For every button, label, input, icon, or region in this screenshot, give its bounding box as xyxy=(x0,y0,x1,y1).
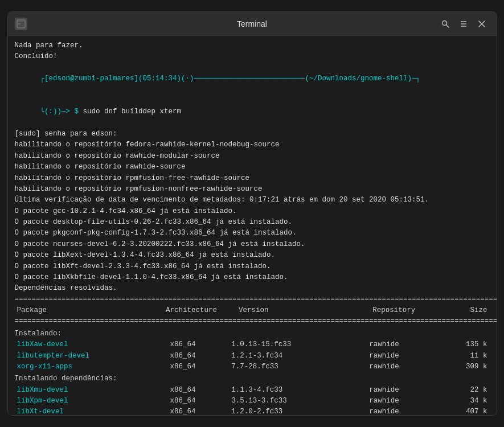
table-row: libXaw-devel x86_64 1.0.13-15.fc33 rawhi… xyxy=(15,339,490,350)
table-row: libXmu-devel x86_64 1.1.3-4.fc33 rawhide… xyxy=(15,385,490,396)
svg-line-4 xyxy=(446,24,449,27)
output-line: habilitando o repositório rpmfusion-nonf… xyxy=(15,184,490,195)
output-line: Nada para fazer. xyxy=(15,40,490,51)
pkg-name: libXaw-devel xyxy=(15,339,168,350)
prompt-line-2: └(:))─> $ sudo dnf builddep xterm xyxy=(15,96,490,129)
output-line: habilitando o repositório rawhide-modula… xyxy=(15,151,490,162)
output-line: habilitando o repositório fedora-rawhide… xyxy=(15,139,490,150)
pkg-size: 22 k xyxy=(444,385,490,396)
pkg-size: 135 k xyxy=(444,339,490,350)
pkg-arch: x86_64 xyxy=(168,385,230,396)
titlebar: Terminal xyxy=(8,12,497,36)
terminal-icon xyxy=(15,18,27,30)
col-version: Version xyxy=(236,305,370,316)
output-line: Dependências resolvidas. xyxy=(15,283,490,294)
table-row: libXt-devel x86_64 1.2.0-2.fc33 rawhide … xyxy=(15,407,490,415)
pkg-arch: x86_64 xyxy=(168,362,230,372)
pkg-version: 1.0.13-15.fc33 xyxy=(229,339,367,350)
output-line: O pacote gcc-10.2.1-4.fc34.x86_64 já est… xyxy=(15,206,490,217)
menu-button[interactable] xyxy=(456,16,472,32)
output-line: habilitando o repositório rawhide-source xyxy=(15,162,490,173)
pkg-arch: x86_64 xyxy=(168,407,230,415)
section-instalando: Instalando: xyxy=(15,329,490,339)
pkg-version: 3.5.13-3.fc33 xyxy=(229,396,367,407)
pkg-name: libutempter-devel xyxy=(15,351,168,362)
pkg-repo: rawhide xyxy=(367,351,444,362)
pkg-repo: rawhide xyxy=(367,407,444,415)
terminal-body[interactable]: Nada para fazer. Concluído! ┌[edson@zumb… xyxy=(8,36,497,415)
pkg-version: 1.2.0-2.fc33 xyxy=(229,407,367,415)
pkg-repo: rawhide xyxy=(367,385,444,396)
dependencias-table: libXmu-devel x86_64 1.1.3-4.fc33 rawhide… xyxy=(15,385,490,415)
pkg-repo: rawhide xyxy=(367,362,444,372)
pkg-size: 309 k xyxy=(444,362,490,372)
output-line: Última verificação de data de vencimento… xyxy=(15,195,490,206)
pkg-repo: rawhide xyxy=(367,339,444,350)
package-table: Package Architecture Version Repository … xyxy=(15,305,490,316)
pkg-name: xorg-x11-apps xyxy=(15,362,168,372)
svg-rect-1 xyxy=(18,20,24,22)
pkg-name: libXmu-devel xyxy=(15,385,168,396)
pkg-name: libXt-devel xyxy=(15,407,168,415)
pkg-version: 7.7-28.fc33 xyxy=(229,362,367,372)
output-line: O pacote libXext-devel-1.3.4-4.fc33.x86_… xyxy=(15,250,490,261)
pkg-version: 1.2.1-3.fc34 xyxy=(229,351,367,362)
output-line: O pacote desktop-file-utils-0.26-2.fc33.… xyxy=(15,217,490,228)
pkg-size: 407 k xyxy=(444,407,490,415)
table-row: xorg-x11-apps x86_64 7.7-28.fc33 rawhide… xyxy=(15,362,490,372)
table-row: libutempter-devel x86_64 1.2.1-3.fc34 ra… xyxy=(15,351,490,362)
output-line: O pacote libXkbfile-devel-1.1.0-4.fc33.x… xyxy=(15,272,490,283)
close-button[interactable] xyxy=(474,16,490,32)
prompt-user: ┌[edson@zumbi-palmares](05:14:34)(·)────… xyxy=(40,75,421,83)
titlebar-buttons xyxy=(437,16,490,32)
section-dependencias: Instalando dependências: xyxy=(15,373,490,384)
separator-header: ========================================… xyxy=(15,316,490,327)
search-button[interactable] xyxy=(437,16,453,32)
pkg-version: 1.1.3-4.fc33 xyxy=(229,385,367,396)
window-title: Terminal xyxy=(237,19,267,28)
col-package: Package xyxy=(15,305,163,316)
pkg-arch: x86_64 xyxy=(168,339,230,350)
prompt-symbol: └(:))─> $ xyxy=(40,108,83,116)
output-line: [sudo] senha para edson: xyxy=(15,129,490,139)
pkg-size: 11 k xyxy=(444,351,490,362)
output-line: Concluído! xyxy=(15,51,490,62)
output-line: habilitando o repositório rpmfusion-free… xyxy=(15,173,490,184)
col-size: Size xyxy=(445,305,489,316)
instalando-table: libXaw-devel x86_64 1.0.13-15.fc33 rawhi… xyxy=(15,339,490,372)
table-header-row: Package Architecture Version Repository … xyxy=(15,305,490,316)
command-text: sudo dnf builddep xterm xyxy=(83,108,182,116)
separator-top: ========================================… xyxy=(15,294,490,305)
output-line: O pacote ncurses-devel-6.2-3.20200222.fc… xyxy=(15,239,490,250)
prompt-line: ┌[edson@zumbi-palmares](05:14:34)(·)────… xyxy=(15,63,490,96)
pkg-size: 34 k xyxy=(444,396,490,407)
pkg-arch: x86_64 xyxy=(168,396,230,407)
output-line: O pacote libXft-devel-2.3.3-4.fc33.x86_6… xyxy=(15,261,490,272)
output-line: O pacote pkgconf-pkg-config-1.7.3-2.fc33… xyxy=(15,228,490,239)
col-architecture: Architecture xyxy=(163,305,236,316)
pkg-repo: rawhide xyxy=(367,396,444,407)
terminal-window: Terminal xyxy=(7,11,497,416)
pkg-arch: x86_64 xyxy=(168,351,230,362)
col-repository: Repository xyxy=(370,305,445,316)
table-row: libXpm-devel x86_64 3.5.13-3.fc33 rawhid… xyxy=(15,396,490,407)
pkg-name: libXpm-devel xyxy=(15,396,168,407)
titlebar-left xyxy=(15,18,27,30)
